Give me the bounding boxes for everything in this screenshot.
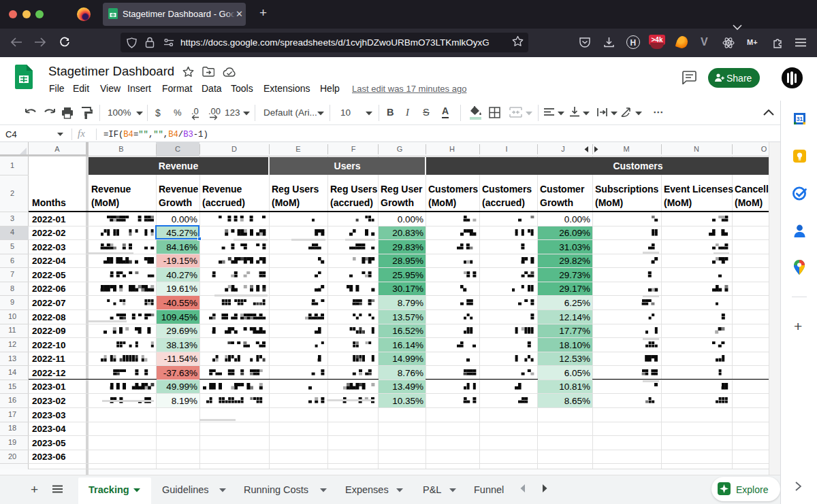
svg-text:31: 31 (797, 116, 803, 122)
